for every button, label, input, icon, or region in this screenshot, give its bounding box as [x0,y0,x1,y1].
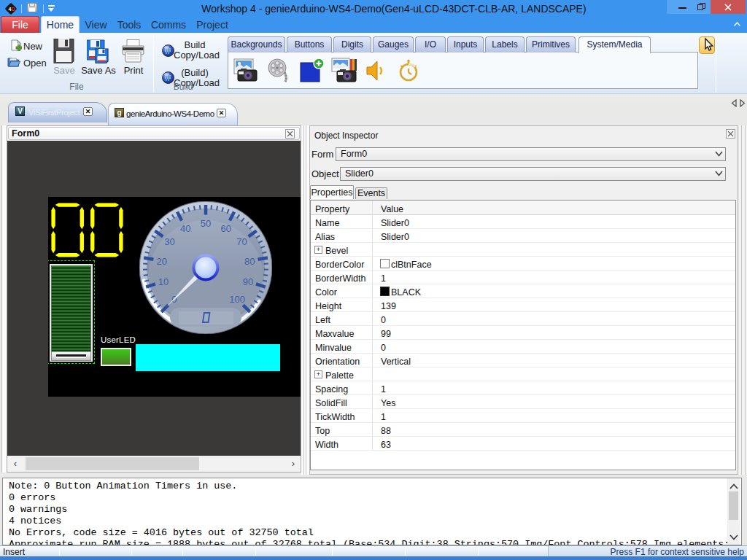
svg-text:70: 70 [236,236,247,247]
svg-text:100: 100 [229,294,245,305]
svg-text:30: 30 [164,236,174,247]
svg-text:90: 90 [243,276,253,287]
svg-text:60: 60 [220,223,231,234]
svg-text:20: 20 [157,256,167,267]
svg-text:80: 80 [244,256,255,267]
svg-text:40: 40 [180,223,190,234]
svg-text:10: 10 [158,276,169,287]
svg-text:50: 50 [201,218,211,229]
